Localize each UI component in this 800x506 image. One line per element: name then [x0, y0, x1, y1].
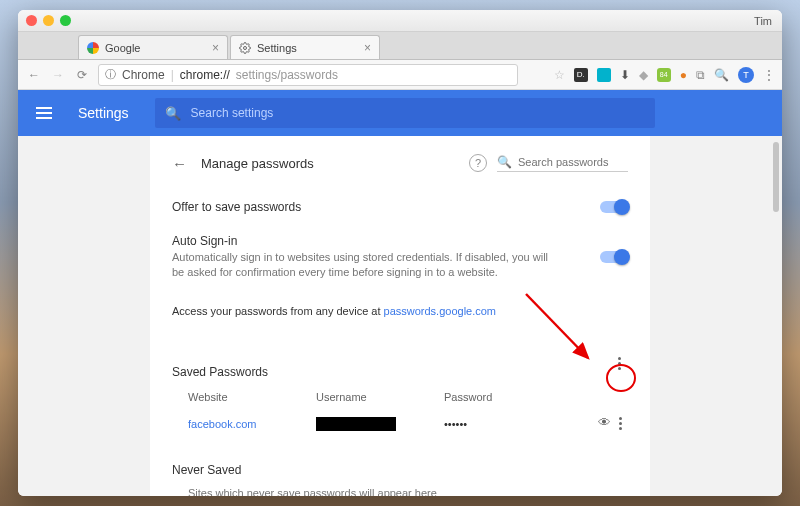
close-tab-icon[interactable]: × — [364, 41, 371, 55]
macos-titlebar: Tim — [18, 10, 782, 32]
zoom-window-button[interactable] — [60, 15, 71, 26]
access-anywhere-text: Access your passwords from any device at — [172, 305, 384, 317]
passwords-search-input[interactable] — [518, 156, 628, 168]
col-website: Website — [188, 391, 316, 403]
tab-settings[interactable]: Settings × — [230, 35, 380, 59]
traffic-lights — [26, 15, 71, 26]
minimize-window-button[interactable] — [43, 15, 54, 26]
extension-icon[interactable]: 84 — [657, 68, 671, 82]
close-window-button[interactable] — [26, 15, 37, 26]
auto-signin-description: Automatically sign in to websites using … — [172, 250, 552, 281]
password-masked: •••••• — [444, 418, 572, 430]
extension-icon[interactable]: ⬇ — [620, 68, 630, 82]
toolbar: ← → ⟳ ⓘ Chrome | chrome://settings/passw… — [18, 60, 782, 90]
avatar-icon[interactable]: T — [738, 67, 754, 83]
password-row: facebook.com •••••• 👁 — [172, 409, 628, 439]
settings-search[interactable]: 🔍 — [155, 98, 655, 128]
tab-google[interactable]: Google × — [78, 35, 228, 59]
toolbar-extensions: ☆ D. ⬇ ◆ 84 ● ⧉ 🔍 T ⋮ — [554, 67, 774, 83]
saved-passwords-header: Saved Passwords — [172, 349, 628, 379]
access-anywhere-row: Access your passwords from any device at… — [172, 291, 628, 327]
svg-point-0 — [244, 46, 247, 49]
scrollbar-thumb[interactable] — [773, 142, 779, 212]
menu-icon[interactable] — [36, 107, 52, 119]
scrollbar[interactable] — [772, 136, 780, 496]
site-link[interactable]: facebook.com — [188, 418, 316, 430]
gear-favicon-icon — [239, 42, 251, 54]
forward-button[interactable]: → — [50, 68, 66, 82]
password-table-header: Website Username Password — [172, 391, 628, 409]
browser-window: Tim Google × Settings × ← → ⟳ ⓘ Chrome |… — [18, 10, 782, 496]
offer-save-row: Offer to save passwords — [172, 190, 628, 224]
help-icon[interactable]: ? — [469, 154, 487, 172]
tab-label: Settings — [257, 42, 297, 54]
url-scheme-label: Chrome — [122, 68, 165, 82]
col-password: Password — [444, 391, 572, 403]
extension-icon[interactable]: ⧉ — [696, 68, 705, 82]
profile-name: Tim — [754, 15, 772, 27]
page-title: Manage passwords — [201, 156, 314, 171]
content-area: ← Manage passwords ? 🔍 Offer to save pas… — [18, 136, 782, 496]
extension-icon[interactable]: D. — [574, 68, 588, 82]
passwords-search[interactable]: 🔍 — [497, 155, 628, 172]
never-saved-description: Sites which never save passwords will ap… — [188, 487, 628, 496]
extension-icon[interactable]: 🔍 — [714, 68, 729, 82]
settings-header: Settings 🔍 — [18, 90, 782, 136]
settings-search-input[interactable] — [191, 106, 645, 120]
extension-icon[interactable]: ● — [680, 68, 687, 82]
bookmark-star-icon[interactable]: ☆ — [554, 68, 565, 82]
saved-passwords-label: Saved Passwords — [172, 365, 610, 379]
never-saved-label: Never Saved — [172, 463, 628, 477]
close-tab-icon[interactable]: × — [212, 41, 219, 55]
search-icon: 🔍 — [165, 106, 181, 121]
row-more-button[interactable] — [619, 415, 622, 433]
saved-passwords-more-button[interactable] — [610, 355, 628, 373]
url-origin: chrome:// — [180, 68, 230, 82]
reload-button[interactable]: ⟳ — [74, 68, 90, 82]
search-icon: 🔍 — [497, 155, 512, 169]
back-button[interactable]: ← — [26, 68, 42, 82]
auto-signin-toggle[interactable] — [600, 251, 628, 263]
tab-label: Google — [105, 42, 140, 54]
url-path: settings/passwords — [236, 68, 338, 82]
show-password-icon[interactable]: 👁 — [598, 415, 611, 433]
offer-save-toggle[interactable] — [600, 201, 628, 213]
settings-title: Settings — [78, 105, 129, 121]
passwords-card: ← Manage passwords ? 🔍 Offer to save pas… — [150, 136, 650, 496]
tab-strip: Google × Settings × — [18, 32, 782, 60]
username-redacted — [316, 417, 396, 431]
address-bar[interactable]: ⓘ Chrome | chrome://settings/passwords — [98, 64, 518, 86]
offer-save-label: Offer to save passwords — [172, 200, 600, 214]
back-arrow-icon[interactable]: ← — [172, 155, 187, 172]
auto-signin-row: Auto Sign-in Automatically sign in to we… — [172, 224, 628, 291]
chrome-menu-button[interactable]: ⋮ — [763, 68, 774, 82]
passwords-google-link[interactable]: passwords.google.com — [384, 305, 497, 317]
col-username: Username — [316, 391, 444, 403]
site-info-icon[interactable]: ⓘ — [105, 67, 116, 82]
card-header: ← Manage passwords ? 🔍 — [172, 154, 628, 172]
auto-signin-label: Auto Sign-in — [172, 234, 600, 248]
google-favicon-icon — [87, 42, 99, 54]
extension-icon[interactable] — [597, 68, 611, 82]
extension-icon[interactable]: ◆ — [639, 68, 648, 82]
